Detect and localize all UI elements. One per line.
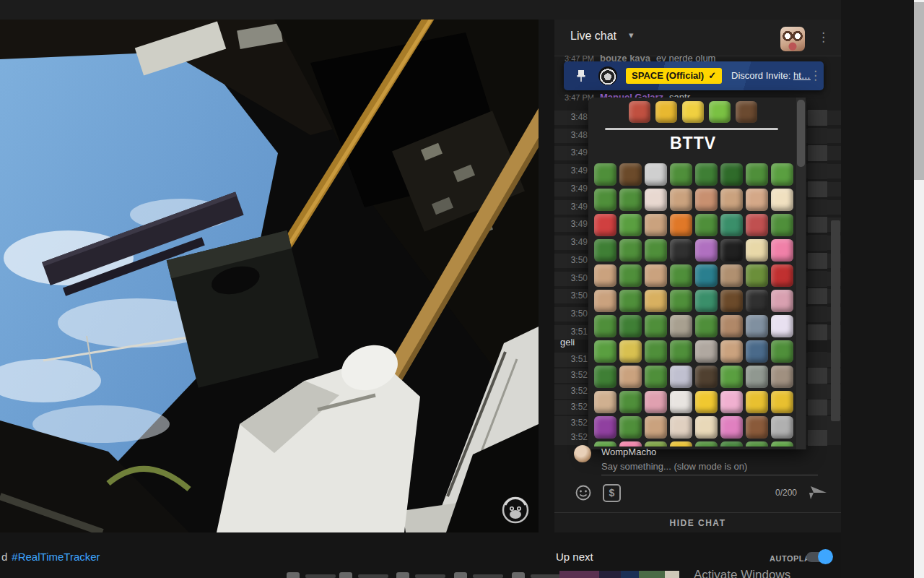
emote-icon[interactable] (645, 441, 667, 447)
superchat-icon[interactable]: $ (603, 484, 621, 502)
emote-icon[interactable] (746, 239, 768, 262)
emote-icon[interactable] (746, 214, 768, 236)
emote-icon[interactable] (594, 214, 616, 236)
emote-icon[interactable] (619, 340, 642, 363)
emote-icon[interactable] (655, 101, 677, 123)
clip-icon[interactable] (454, 572, 467, 578)
emote-icon[interactable] (746, 391, 768, 413)
emote-icon[interactable] (594, 366, 616, 388)
emote-icon[interactable] (771, 416, 793, 439)
emote-icon[interactable] (695, 366, 718, 388)
browser-scrollbar-thumb[interactable] (914, 2, 924, 180)
emote-icon[interactable] (695, 340, 718, 363)
emote-icon[interactable] (709, 101, 731, 123)
up-next-thumbnail[interactable] (559, 571, 679, 578)
emote-icon[interactable] (670, 391, 692, 413)
emote-icon[interactable] (720, 315, 743, 337)
emote-icon[interactable] (670, 441, 692, 447)
emote-icon[interactable] (736, 101, 757, 123)
emote-icon[interactable] (645, 340, 667, 363)
emote-icon[interactable] (771, 189, 793, 211)
emote-icon[interactable] (720, 189, 743, 211)
emote-icon[interactable] (645, 391, 667, 413)
hashtag-link[interactable]: #RealTimeTracker (12, 551, 100, 563)
emote-icon[interactable] (720, 340, 743, 363)
emote-icon[interactable] (695, 264, 718, 287)
chat-input[interactable]: Say something... (slow mode is on) (601, 461, 747, 472)
emote-icon[interactable] (619, 214, 642, 236)
emote-icon[interactable] (746, 366, 768, 388)
kebab-menu-icon[interactable]: ⋮ (817, 31, 829, 43)
emote-icon[interactable] (720, 290, 743, 312)
emote-icon[interactable] (619, 189, 642, 211)
hide-chat-button[interactable]: HIDE CHAT (554, 512, 841, 532)
emote-icon[interactable] (594, 290, 616, 312)
emote-icon[interactable] (619, 163, 642, 186)
emote-icon[interactable] (695, 214, 718, 236)
autoplay-toggle-knob[interactable] (818, 549, 833, 564)
emote-icon[interactable] (720, 239, 743, 262)
dislike-icon[interactable] (339, 572, 352, 578)
emote-icon[interactable] (670, 290, 692, 312)
emote-icon[interactable] (619, 239, 642, 262)
emote-icon[interactable] (645, 214, 667, 236)
emote-icon[interactable] (695, 163, 718, 186)
video-player[interactable] (0, 20, 539, 532)
emote-icon[interactable] (720, 264, 743, 287)
emote-icon[interactable] (645, 416, 667, 439)
emote-icon[interactable] (645, 290, 667, 312)
emote-icon[interactable] (746, 315, 768, 337)
save-icon[interactable] (512, 572, 525, 578)
emote-icon[interactable] (645, 315, 667, 337)
emote-icon[interactable] (771, 315, 793, 337)
pinned-message-banner[interactable]: SPACE (Official)✓ Discord Invite: ht… ⋮ (564, 61, 824, 90)
emote-icon[interactable] (771, 214, 793, 236)
emote-icon[interactable] (629, 101, 650, 123)
emote-icon[interactable] (594, 416, 616, 439)
emote-icon[interactable] (619, 264, 642, 287)
emote-icon[interactable] (746, 189, 768, 211)
emote-icon[interactable] (594, 163, 616, 186)
emote-icon[interactable] (771, 366, 793, 388)
emote-icon[interactable] (645, 163, 667, 186)
share-icon[interactable] (396, 572, 409, 578)
emote-icon[interactable] (771, 264, 793, 287)
emote-icon[interactable] (645, 189, 667, 211)
chat-scrollbar[interactable] (831, 220, 840, 421)
emote-icon[interactable] (594, 391, 616, 413)
emote-icon[interactable] (619, 315, 642, 337)
emote-icon[interactable] (695, 315, 718, 337)
like-icon[interactable] (287, 572, 300, 578)
emote-icon[interactable] (746, 163, 768, 186)
emote-icon[interactable] (670, 239, 692, 262)
emote-icon[interactable] (771, 290, 793, 312)
emote-icon[interactable] (594, 340, 616, 363)
emote-icon[interactable] (619, 366, 642, 388)
emote-icon[interactable] (746, 264, 768, 287)
emote-icon[interactable] (720, 366, 743, 388)
emote-icon[interactable] (670, 416, 692, 439)
emote-icon[interactable] (720, 441, 743, 447)
emote-icon[interactable] (645, 366, 667, 388)
emote-icon[interactable] (695, 189, 718, 211)
emote-icon[interactable] (594, 264, 616, 287)
chevron-down-icon[interactable]: ▾ (629, 30, 634, 40)
emote-icon[interactable] (695, 290, 718, 312)
emote-icon[interactable] (771, 441, 793, 447)
emote-icon[interactable] (670, 214, 692, 236)
emote-icon[interactable] (771, 239, 793, 262)
emote-icon[interactable] (695, 239, 718, 262)
emote-icon[interactable] (594, 239, 616, 262)
emote-icon[interactable] (594, 315, 616, 337)
emote-icon[interactable] (670, 340, 692, 363)
emote-icon[interactable] (746, 416, 768, 439)
emote-icon[interactable] (746, 290, 768, 312)
emote-icon[interactable] (645, 264, 667, 287)
emote-icon[interactable] (720, 391, 743, 413)
emote-icon[interactable] (619, 441, 642, 447)
emote-icon[interactable] (771, 340, 793, 363)
emote-icon[interactable] (771, 391, 793, 413)
emote-icon[interactable] (619, 391, 642, 413)
emote-icon[interactable] (670, 189, 692, 211)
emote-icon[interactable] (670, 163, 692, 186)
